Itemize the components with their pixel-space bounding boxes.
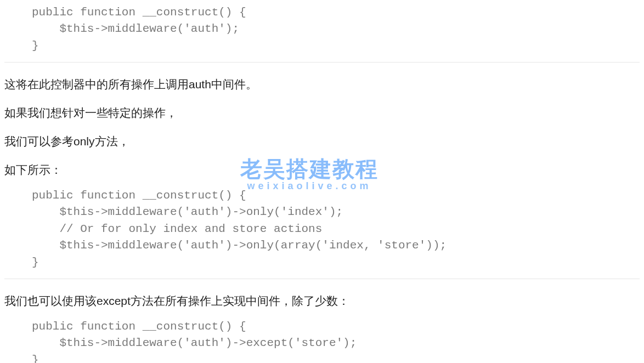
- code-block-2: public function __construct() { $this->m…: [4, 188, 640, 279]
- code-line: }: [32, 254, 640, 271]
- code-line: public function __construct() {: [32, 4, 640, 21]
- code-block-1: public function __construct() { $this->m…: [4, 4, 640, 63]
- code-line: $this->middleware('auth');: [32, 21, 640, 37]
- code-line: public function __construct() {: [32, 188, 640, 204]
- code-line: $this->middleware('auth')->except('store…: [32, 335, 640, 351]
- document-page: public function __construct() { $this->m…: [0, 0, 644, 363]
- code-line: $this->middleware('auth')->only(array('i…: [32, 237, 640, 254]
- paragraph-1: 这将在此控制器中的所有操作上调用auth中间件。: [4, 73, 640, 95]
- code-line: }: [32, 352, 640, 363]
- paragraph-5: 我们也可以使用该except方法在所有操作上实现中间件，除了少数：: [4, 290, 640, 312]
- code-line: public function __construct() {: [32, 319, 640, 335]
- code-line: $this->middleware('auth')->only('index')…: [32, 204, 640, 220]
- code-line: }: [32, 38, 640, 54]
- paragraph-3: 我们可以参考only方法，: [4, 131, 640, 152]
- paragraph-4: 如下所示：: [4, 159, 640, 181]
- paragraph-2: 如果我们想针对一些特定的操作，: [4, 102, 640, 124]
- code-block-3: public function __construct() { $this->m…: [4, 319, 640, 363]
- code-line: // Or for only index and store actions: [32, 221, 640, 237]
